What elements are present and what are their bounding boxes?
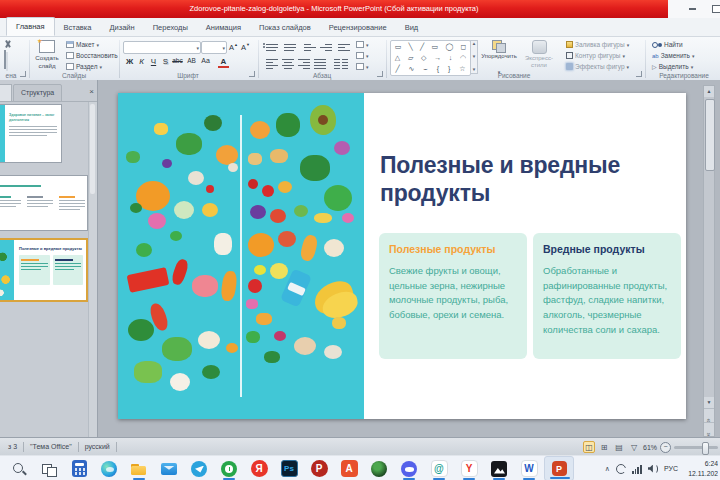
strikethrough-button[interactable]: abc <box>172 57 183 64</box>
view-sorter-button[interactable]: ⊞ <box>598 441 610 453</box>
taskbar-task-view[interactable] <box>34 456 64 480</box>
taskbar-orange-a-app[interactable]: A <box>334 456 364 480</box>
shrink-font-button[interactable]: А▼ <box>241 42 250 52</box>
tab-insert[interactable]: Вставка <box>55 19 101 36</box>
change-case-button[interactable]: Аа <box>200 57 211 64</box>
shape-icon[interactable]: ↓ <box>449 52 453 63</box>
shape-icon[interactable]: △ <box>395 52 400 63</box>
healthy-products-box[interactable]: Полезные продукты Свежие фрукты и овощи,… <box>379 233 527 359</box>
shape-icon[interactable]: → <box>434 52 441 63</box>
quick-styles-button[interactable]: Экспресс-стили <box>518 39 560 76</box>
taskbar-green-app[interactable] <box>364 456 394 480</box>
font-dialog-launcher[interactable] <box>249 71 255 77</box>
shapes-gallery-scroll[interactable]: ▲▼▼ <box>470 40 478 74</box>
shape-icon[interactable]: ╲ <box>409 41 413 52</box>
italic-button[interactable]: К <box>136 57 147 66</box>
tray-expand-icon[interactable]: ∧ <box>605 465 610 473</box>
layout-button[interactable]: Макет▾ <box>66 41 99 48</box>
tab-outline[interactable]: Структура <box>13 84 62 102</box>
slide-thumbnail-2[interactable] <box>0 175 88 231</box>
titlebar-drag-area[interactable]: Zdorovoe-pitanie-zalog-dolgoletiya - Mic… <box>0 0 668 18</box>
smartart-convert-button[interactable]: ▾ <box>356 63 369 70</box>
shapes-gallery[interactable]: ▭╲╱▭◯◻△▱◇→↓◠╱∿⌣{}☆ <box>390 40 471 76</box>
view-slideshow-button[interactable]: ▽ <box>628 441 640 453</box>
font-color-button[interactable]: А <box>218 57 229 68</box>
shape-fill-button[interactable]: Заливка фигуры▾ <box>566 41 629 48</box>
bullets-button[interactable] <box>266 42 278 53</box>
taskbar-discord[interactable] <box>394 456 424 480</box>
zoom-slider[interactable] <box>674 446 718 449</box>
replace-button[interactable]: ab Заменить▾ <box>652 52 694 59</box>
new-slide-button[interactable]: ★ Создать слайд ▾ <box>32 39 62 75</box>
underline-button[interactable]: Ч <box>148 57 159 66</box>
indent-decrease-button[interactable] <box>304 42 316 53</box>
taskbar-word[interactable]: W <box>514 456 544 480</box>
text-direction-button[interactable]: ▾ <box>356 41 369 48</box>
zoom-level[interactable]: 61% <box>643 444 657 451</box>
character-spacing-button[interactable]: АВ <box>186 57 197 64</box>
pane-scrollbar[interactable] <box>88 102 97 437</box>
columns-button[interactable] <box>334 57 340 71</box>
taskbar-yandex-browser[interactable]: Я <box>244 456 274 480</box>
taskbar-calculator[interactable] <box>64 456 94 480</box>
scrollbar-thumb[interactable] <box>705 99 715 171</box>
copy-button[interactable] <box>4 51 14 60</box>
paragraph-dialog-launcher[interactable] <box>377 71 383 77</box>
shape-icon[interactable]: ╱ <box>420 41 424 52</box>
align-left-button[interactable] <box>266 57 278 71</box>
clipboard-dialog-launcher[interactable] <box>20 71 26 77</box>
slide-number-indicator[interactable]: з 3 <box>2 442 24 452</box>
text-shadow-button[interactable]: S <box>160 57 171 66</box>
bold-button[interactable]: Ж <box>124 57 135 66</box>
tab-transitions[interactable]: Переходы <box>144 19 197 36</box>
arrange-button[interactable]: Упорядочить ▾ <box>480 39 518 76</box>
indent-increase-button[interactable] <box>320 42 332 53</box>
keyboard-language[interactable]: РУС <box>664 465 678 472</box>
zoom-slider-handle[interactable] <box>702 442 709 455</box>
shape-icon[interactable]: ▱ <box>408 52 413 63</box>
slide-canvas[interactable]: Полезные и вредные продукты Полезные про… <box>118 93 686 419</box>
signal-bars-icon[interactable] <box>632 464 642 474</box>
tab-review[interactable]: Рецензирование <box>320 19 396 36</box>
taskbar-telegram[interactable] <box>184 456 214 480</box>
zoom-out-button[interactable]: − <box>660 442 671 453</box>
view-normal-button[interactable]: ◫ <box>583 441 595 453</box>
reset-button[interactable]: Восстановить <box>66 52 118 59</box>
shape-icon[interactable]: ◻ <box>460 41 466 52</box>
shape-effects-button[interactable]: Эффекты фигур▾ <box>566 63 629 70</box>
shape-icon[interactable]: ▭ <box>395 41 402 52</box>
tab-slides-partial[interactable] <box>0 84 12 102</box>
line-spacing-button[interactable] <box>338 42 350 53</box>
scroll-down-button[interactable]: ▼ <box>704 397 714 408</box>
align-center-button[interactable] <box>282 57 294 71</box>
pane-scrollbar-thumb[interactable] <box>90 104 95 194</box>
taskbar-powerpoint-active[interactable]: P <box>544 456 574 480</box>
theme-indicator[interactable]: "Тема Office" <box>24 442 79 452</box>
section-button[interactable]: Раздел▾ <box>66 63 102 70</box>
taskbar-red-p-app[interactable]: P <box>304 456 334 480</box>
maximize-button[interactable] <box>706 2 720 16</box>
drawing-dialog-launcher[interactable] <box>636 71 642 77</box>
taskbar-file-explorer[interactable] <box>124 456 154 480</box>
align-right-button[interactable] <box>298 57 310 71</box>
language-indicator[interactable]: русский <box>79 442 117 452</box>
tray-clock[interactable]: 6:24 12.11.202 <box>684 459 718 477</box>
tab-design[interactable]: Дизайн <box>100 19 143 36</box>
vertical-scrollbar[interactable]: ▲ ▼ « » <box>703 85 715 437</box>
tab-view[interactable]: Вид <box>396 19 428 36</box>
taskbar-photoshop[interactable]: Ps <box>274 456 304 480</box>
justify-button[interactable] <box>314 57 326 71</box>
tab-home[interactable]: Главная <box>6 17 55 36</box>
slide-thumbnail-1[interactable]: Здоровое питание – залог долголетия <box>0 104 62 163</box>
slide-title[interactable]: Полезные и вредные продукты <box>380 151 680 207</box>
taskbar-search[interactable] <box>4 456 34 480</box>
close-pane-icon[interactable]: × <box>89 86 94 98</box>
tab-animations[interactable]: Анимация <box>197 19 250 36</box>
find-button[interactable]: Найти <box>652 41 683 48</box>
taskbar-photos[interactable] <box>484 456 514 480</box>
shape-icon[interactable]: ◯ <box>445 41 453 52</box>
grow-font-button[interactable]: А▲ <box>229 42 238 52</box>
taskbar-mail[interactable] <box>154 456 184 480</box>
view-reading-button[interactable]: ▤ <box>613 441 625 453</box>
taskbar-edge[interactable] <box>94 456 124 480</box>
